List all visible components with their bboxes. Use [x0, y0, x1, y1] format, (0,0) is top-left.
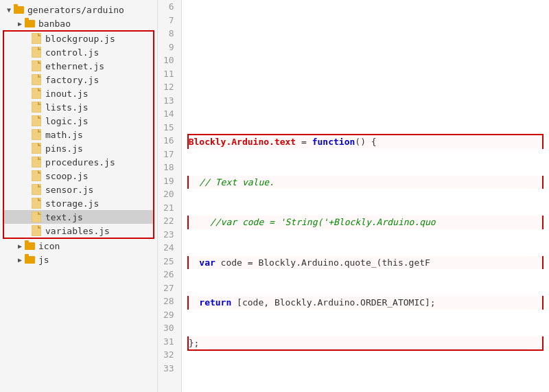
file-sensor[interactable]: sensor.js	[4, 183, 153, 196]
svg-rect-19	[32, 129, 41, 140]
expand-arrow-banbao: ▶	[16, 20, 23, 27]
file-control-label: control.js	[45, 47, 99, 58]
code-line-10: //var code = 'String('+Blockly.Arduino.q…	[187, 216, 544, 229]
js-file-icon-sensor	[32, 184, 43, 195]
svg-rect-36	[25, 240, 29, 243]
code-line-9: // Text value.	[187, 176, 544, 189]
code-line-8: Blockly.Arduino.text = function() {	[187, 134, 544, 149]
file-blockgroup-label: blockgroup.js	[45, 34, 115, 44]
file-lists-label: lists.js	[45, 102, 89, 113]
banbao-label: banbao	[38, 19, 71, 29]
js-file-icon-scoop	[32, 170, 43, 181]
js-file-icon-blockgroup	[32, 33, 43, 44]
js-file-icon-ethernet	[32, 60, 43, 71]
file-math-label: math.js	[45, 130, 83, 140]
svg-rect-23	[32, 157, 41, 168]
svg-rect-3	[25, 18, 29, 21]
svg-rect-1	[14, 4, 18, 7]
file-sensor-label: sensor.js	[45, 185, 93, 195]
line-numbers: 6 7 8 9 10 11 12 13 14 15 16 17 18 19 20…	[158, 0, 182, 392]
icon-folder-label: icon	[38, 241, 60, 251]
folder-icon-icon	[25, 240, 36, 251]
svg-rect-31	[32, 211, 41, 222]
js-file-icon-control	[32, 47, 43, 58]
tree-js[interactable]: ▶ js	[0, 253, 157, 266]
js-folder-label: js	[38, 255, 49, 265]
tree-banbao[interactable]: ▶ banbao	[0, 16, 157, 30]
js-file-icon-math	[32, 129, 43, 140]
folder-icon-js	[25, 254, 36, 265]
generators-label: generators/arduino	[27, 5, 124, 15]
file-storage-label: storage.js	[45, 198, 99, 209]
js-file-icon-pins	[32, 143, 43, 154]
js-file-icon-factory	[32, 74, 43, 85]
expand-arrow-js: ▶	[16, 256, 23, 263]
js-file-icon-text	[32, 211, 43, 222]
file-variables[interactable]: variables.js	[4, 224, 153, 238]
svg-rect-2	[25, 20, 35, 27]
tree-icon[interactable]: ▶ icon	[0, 239, 157, 253]
expand-arrow-icon: ▶	[16, 242, 23, 249]
svg-rect-15	[32, 102, 41, 113]
svg-rect-25	[32, 170, 41, 181]
svg-rect-17	[32, 115, 41, 126]
code-line-7	[187, 80, 544, 94]
file-storage[interactable]: storage.js	[4, 196, 153, 210]
js-file-icon-logic	[32, 115, 43, 126]
tree-root-generators[interactable]: ▼ generators/arduino	[0, 3, 157, 16]
file-logic-label: logic.js	[45, 116, 89, 126]
file-lists[interactable]: lists.js	[4, 100, 153, 114]
file-procedures[interactable]: procedures.js	[4, 155, 153, 169]
code-line-6	[187, 41, 544, 54]
file-text[interactable]: text.js	[4, 210, 153, 224]
svg-rect-33	[32, 225, 41, 236]
file-text-label: text.js	[45, 212, 83, 222]
file-math[interactable]: math.js	[4, 128, 153, 141]
file-pins-label: pins.js	[45, 143, 83, 154]
file-ethernet[interactable]: ethernet.js	[4, 59, 153, 73]
svg-rect-4	[32, 33, 41, 44]
file-factory-label: factory.js	[45, 75, 99, 85]
file-inout-label: inout.js	[45, 89, 89, 99]
file-procedures-label: procedures.js	[45, 157, 115, 168]
file-factory[interactable]: factory.js	[4, 73, 153, 87]
js-file-icon-lists	[32, 102, 43, 113]
js-file-icon-storage	[32, 198, 43, 209]
js-file-icon-variables	[32, 225, 43, 236]
svg-rect-27	[32, 184, 41, 195]
code-content: Blockly.Arduino.text = function() { // T…	[182, 0, 549, 392]
svg-rect-9	[32, 60, 41, 71]
svg-rect-37	[25, 256, 35, 264]
js-file-icon-inout	[32, 88, 43, 99]
svg-rect-11	[32, 74, 41, 85]
file-list-highlight: blockgroup.js control.js ethernet.js fac…	[3, 30, 154, 239]
folder-icon-banbao	[25, 18, 36, 29]
svg-rect-35	[25, 242, 35, 250]
code-editor[interactable]: 6 7 8 9 10 11 12 13 14 15 16 17 18 19 20…	[158, 0, 549, 392]
file-scoop[interactable]: scoop.js	[4, 169, 153, 183]
svg-rect-0	[14, 6, 24, 14]
file-variables-label: variables.js	[45, 226, 110, 236]
expand-arrow-generators: ▼	[5, 6, 12, 13]
svg-rect-13	[32, 88, 41, 99]
file-scoop-label: scoop.js	[45, 171, 89, 181]
file-ethernet-label: ethernet.js	[45, 61, 104, 71]
svg-rect-7	[32, 47, 41, 58]
svg-rect-38	[25, 254, 29, 257]
file-logic[interactable]: logic.js	[4, 114, 153, 128]
file-tree-sidebar: ▼ generators/arduino ▶ banbao	[0, 0, 158, 392]
file-inout[interactable]: inout.js	[4, 87, 153, 100]
file-pins[interactable]: pins.js	[4, 141, 153, 155]
svg-rect-21	[32, 143, 41, 154]
file-blockgroup[interactable]: blockgroup.js	[4, 32, 153, 45]
code-line-13: };	[187, 336, 544, 351]
code-line-12: return [code, Blockly.Arduino.ORDER_ATOM…	[187, 296, 544, 310]
js-file-icon-procedures	[32, 157, 43, 168]
folder-icon-generators	[14, 4, 25, 15]
file-control[interactable]: control.js	[4, 45, 153, 59]
svg-rect-29	[32, 198, 41, 209]
code-line-11: var code = Blockly.Arduino.quote_(this.g…	[187, 256, 544, 270]
